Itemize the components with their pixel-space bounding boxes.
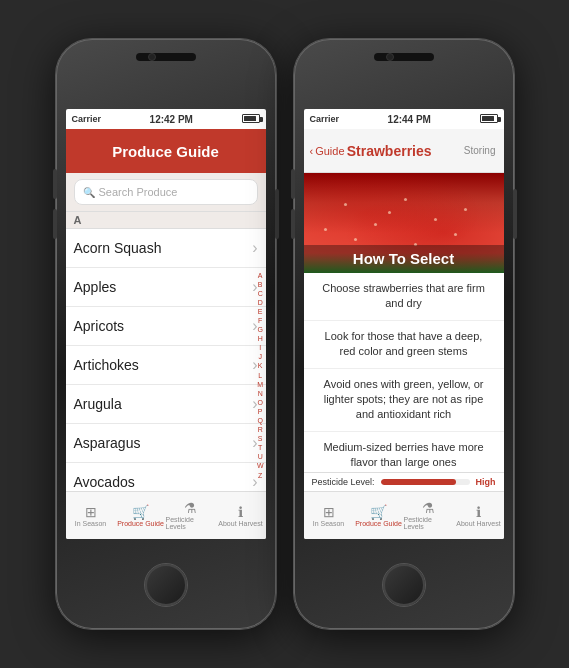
tab-bar-1: ⊞ In Season 🛒 Produce Guide ⚗ Pesticide … bbox=[66, 491, 266, 539]
about-icon: ℹ bbox=[238, 505, 243, 519]
tab-produce-guide[interactable]: 🛒 Produce Guide bbox=[116, 492, 166, 539]
about-icon-2: ℹ bbox=[476, 505, 481, 519]
carrier-2: Carrier bbox=[310, 114, 340, 124]
tab-pesticide-2[interactable]: ⚗ Pesticide Levels bbox=[404, 492, 454, 539]
pesticide-icon-2: ⚗ bbox=[422, 501, 435, 515]
phone-1: Carrier 12:42 PM Produce Guide 🔍 bbox=[56, 39, 276, 629]
tab-produce-2[interactable]: 🛒 Produce Guide bbox=[354, 492, 404, 539]
power-btn-2[interactable] bbox=[513, 189, 517, 239]
in-season-icon-2: ⊞ bbox=[323, 505, 335, 519]
time-2: 12:44 PM bbox=[339, 114, 479, 125]
list-item[interactable]: Asparagus bbox=[66, 424, 266, 463]
tab-in-season[interactable]: ⊞ In Season bbox=[66, 492, 116, 539]
nav-bar-2: ‹ Guide Strawberries Storing bbox=[304, 129, 504, 173]
tab-bar-2: ⊞ In Season 🛒 Produce Guide ⚗ Pesticide … bbox=[304, 491, 504, 539]
status-bar-2: Carrier 12:44 PM bbox=[304, 109, 504, 129]
tip-1: Choose strawberries that are firm and dr… bbox=[304, 273, 504, 321]
front-camera-2 bbox=[386, 53, 394, 61]
tip-2: Look for those that have a deep, red col… bbox=[304, 321, 504, 369]
tip-3: Avoid ones with green, yellow, or lighte… bbox=[304, 369, 504, 432]
tab-pesticide[interactable]: ⚗ Pesticide Levels bbox=[166, 492, 216, 539]
search-placeholder: Search Produce bbox=[99, 186, 178, 198]
search-input-box[interactable]: 🔍 Search Produce bbox=[74, 179, 258, 205]
tab-about-label-2: About Harvest bbox=[456, 520, 500, 527]
produce-icon-2: 🛒 bbox=[370, 505, 387, 519]
tab-produce-label: Produce Guide bbox=[117, 520, 164, 527]
tab-produce-label-2: Produce Guide bbox=[355, 520, 402, 527]
alpha-index[interactable]: A B C D E F G H I J K L M N O bbox=[257, 271, 264, 480]
chevron-left-icon: ‹ bbox=[310, 145, 314, 157]
list-item[interactable]: Arugula bbox=[66, 385, 266, 424]
status-icons-2 bbox=[480, 114, 498, 125]
tab-in-season-2[interactable]: ⊞ In Season bbox=[304, 492, 354, 539]
home-button-1[interactable] bbox=[144, 563, 188, 607]
phone-2-screen: Carrier 12:44 PM ‹ Guide Strawberries bbox=[304, 109, 504, 539]
pesticide-label: Pesticide Level: bbox=[312, 477, 375, 487]
pesticide-icon: ⚗ bbox=[184, 501, 197, 515]
tab-in-season-label-2: In Season bbox=[313, 520, 345, 527]
tab-pesticide-label: Pesticide Levels bbox=[166, 516, 216, 530]
battery-icon-2 bbox=[480, 114, 498, 125]
list-item[interactable]: Acorn Squash bbox=[66, 229, 266, 268]
carrier-label: Carrier bbox=[72, 114, 102, 124]
list-item[interactable]: Artichokes bbox=[66, 346, 266, 385]
battery-icon bbox=[242, 114, 260, 125]
nav-title-2: Strawberries bbox=[315, 143, 464, 159]
tab-about-2[interactable]: ℹ About Harvest bbox=[454, 492, 504, 539]
storing-button[interactable]: Storing bbox=[464, 145, 504, 156]
how-to-select-title: How To Select bbox=[353, 250, 454, 267]
home-button-2[interactable] bbox=[382, 563, 426, 607]
volume-up-btn-2[interactable] bbox=[291, 169, 295, 199]
search-bar: 🔍 Search Produce bbox=[66, 173, 266, 212]
tab-about[interactable]: ℹ About Harvest bbox=[216, 492, 266, 539]
pesticide-bar-fill bbox=[381, 479, 457, 485]
pesticide-bar-section: Pesticide Level: High bbox=[304, 472, 504, 491]
tab-in-season-label: In Season bbox=[75, 520, 107, 527]
in-season-icon: ⊞ bbox=[85, 505, 97, 519]
tab-about-label: About Harvest bbox=[218, 520, 262, 527]
volume-up-btn[interactable] bbox=[53, 169, 57, 199]
tab-pesticide-label-2: Pesticide Levels bbox=[404, 516, 454, 530]
front-camera-1 bbox=[148, 53, 156, 61]
strawberry-image: How To Select bbox=[304, 173, 504, 273]
list-item-apricots[interactable]: Apricots bbox=[66, 307, 266, 346]
status-icons bbox=[242, 114, 260, 125]
time-label: 12:42 PM bbox=[101, 114, 241, 125]
status-bar-1: Carrier 12:42 PM bbox=[66, 109, 266, 129]
produce-guide-icon: 🛒 bbox=[132, 505, 149, 519]
search-icon: 🔍 bbox=[83, 187, 95, 198]
volume-down-btn[interactable] bbox=[53, 209, 57, 239]
pesticide-bar-bg bbox=[381, 479, 470, 485]
list-item[interactable]: Apples bbox=[66, 268, 266, 307]
phone-1-screen: Carrier 12:42 PM Produce Guide 🔍 bbox=[66, 109, 266, 539]
power-btn[interactable] bbox=[275, 189, 279, 239]
nav-title-1: Produce Guide bbox=[112, 143, 219, 160]
phone-2: Carrier 12:44 PM ‹ Guide Strawberries bbox=[294, 39, 514, 629]
section-header-a: A bbox=[66, 212, 266, 229]
pesticide-level-label: High bbox=[476, 477, 496, 487]
volume-down-btn-2[interactable] bbox=[291, 209, 295, 239]
nav-bar-1: Produce Guide bbox=[66, 129, 266, 173]
